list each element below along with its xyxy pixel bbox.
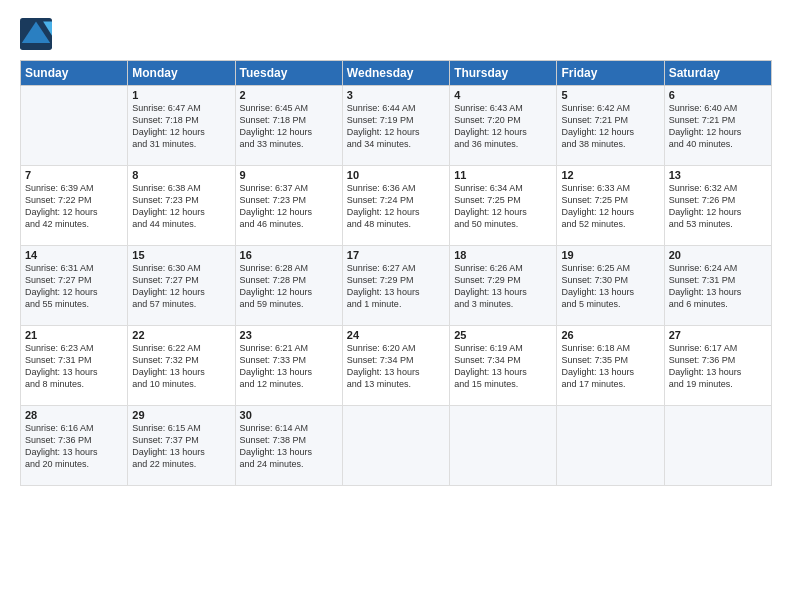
calendar-cell: 8Sunrise: 6:38 AM Sunset: 7:23 PM Daylig… — [128, 166, 235, 246]
day-number: 23 — [240, 329, 338, 341]
day-number: 1 — [132, 89, 230, 101]
cell-content: Sunrise: 6:18 AM Sunset: 7:35 PM Dayligh… — [561, 342, 659, 391]
cell-content: Sunrise: 6:28 AM Sunset: 7:28 PM Dayligh… — [240, 262, 338, 311]
day-number: 12 — [561, 169, 659, 181]
day-number: 16 — [240, 249, 338, 261]
calendar-cell: 21Sunrise: 6:23 AM Sunset: 7:31 PM Dayli… — [21, 326, 128, 406]
cell-content: Sunrise: 6:33 AM Sunset: 7:25 PM Dayligh… — [561, 182, 659, 231]
cell-content: Sunrise: 6:44 AM Sunset: 7:19 PM Dayligh… — [347, 102, 445, 151]
calendar-cell: 7Sunrise: 6:39 AM Sunset: 7:22 PM Daylig… — [21, 166, 128, 246]
day-number: 4 — [454, 89, 552, 101]
day-number: 17 — [347, 249, 445, 261]
day-number: 9 — [240, 169, 338, 181]
day-number: 22 — [132, 329, 230, 341]
cell-content: Sunrise: 6:38 AM Sunset: 7:23 PM Dayligh… — [132, 182, 230, 231]
cell-content: Sunrise: 6:14 AM Sunset: 7:38 PM Dayligh… — [240, 422, 338, 471]
day-header-friday: Friday — [557, 61, 664, 86]
calendar-cell: 26Sunrise: 6:18 AM Sunset: 7:35 PM Dayli… — [557, 326, 664, 406]
day-number: 8 — [132, 169, 230, 181]
calendar-cell: 5Sunrise: 6:42 AM Sunset: 7:21 PM Daylig… — [557, 86, 664, 166]
day-number: 24 — [347, 329, 445, 341]
cell-content: Sunrise: 6:40 AM Sunset: 7:21 PM Dayligh… — [669, 102, 767, 151]
calendar-cell: 11Sunrise: 6:34 AM Sunset: 7:25 PM Dayli… — [450, 166, 557, 246]
day-number: 20 — [669, 249, 767, 261]
cell-content: Sunrise: 6:16 AM Sunset: 7:36 PM Dayligh… — [25, 422, 123, 471]
calendar-table: SundayMondayTuesdayWednesdayThursdayFrid… — [20, 60, 772, 486]
calendar-cell: 4Sunrise: 6:43 AM Sunset: 7:20 PM Daylig… — [450, 86, 557, 166]
week-row-5: 28Sunrise: 6:16 AM Sunset: 7:36 PM Dayli… — [21, 406, 772, 486]
calendar-cell: 27Sunrise: 6:17 AM Sunset: 7:36 PM Dayli… — [664, 326, 771, 406]
day-header-saturday: Saturday — [664, 61, 771, 86]
cell-content: Sunrise: 6:34 AM Sunset: 7:25 PM Dayligh… — [454, 182, 552, 231]
cell-content: Sunrise: 6:24 AM Sunset: 7:31 PM Dayligh… — [669, 262, 767, 311]
calendar-cell: 22Sunrise: 6:22 AM Sunset: 7:32 PM Dayli… — [128, 326, 235, 406]
day-number: 13 — [669, 169, 767, 181]
week-row-4: 21Sunrise: 6:23 AM Sunset: 7:31 PM Dayli… — [21, 326, 772, 406]
day-number: 11 — [454, 169, 552, 181]
cell-content: Sunrise: 6:22 AM Sunset: 7:32 PM Dayligh… — [132, 342, 230, 391]
day-number: 30 — [240, 409, 338, 421]
calendar-cell — [450, 406, 557, 486]
day-number: 18 — [454, 249, 552, 261]
day-header-sunday: Sunday — [21, 61, 128, 86]
header — [20, 18, 772, 50]
calendar-cell: 28Sunrise: 6:16 AM Sunset: 7:36 PM Dayli… — [21, 406, 128, 486]
cell-content: Sunrise: 6:21 AM Sunset: 7:33 PM Dayligh… — [240, 342, 338, 391]
cell-content: Sunrise: 6:39 AM Sunset: 7:22 PM Dayligh… — [25, 182, 123, 231]
cell-content: Sunrise: 6:27 AM Sunset: 7:29 PM Dayligh… — [347, 262, 445, 311]
calendar-cell: 19Sunrise: 6:25 AM Sunset: 7:30 PM Dayli… — [557, 246, 664, 326]
day-number: 10 — [347, 169, 445, 181]
calendar-cell: 10Sunrise: 6:36 AM Sunset: 7:24 PM Dayli… — [342, 166, 449, 246]
day-number: 15 — [132, 249, 230, 261]
calendar-cell: 30Sunrise: 6:14 AM Sunset: 7:38 PM Dayli… — [235, 406, 342, 486]
calendar-cell: 16Sunrise: 6:28 AM Sunset: 7:28 PM Dayli… — [235, 246, 342, 326]
cell-content: Sunrise: 6:45 AM Sunset: 7:18 PM Dayligh… — [240, 102, 338, 151]
calendar-cell: 23Sunrise: 6:21 AM Sunset: 7:33 PM Dayli… — [235, 326, 342, 406]
week-row-2: 7Sunrise: 6:39 AM Sunset: 7:22 PM Daylig… — [21, 166, 772, 246]
day-number: 29 — [132, 409, 230, 421]
cell-content: Sunrise: 6:37 AM Sunset: 7:23 PM Dayligh… — [240, 182, 338, 231]
cell-content: Sunrise: 6:47 AM Sunset: 7:18 PM Dayligh… — [132, 102, 230, 151]
week-row-1: 1Sunrise: 6:47 AM Sunset: 7:18 PM Daylig… — [21, 86, 772, 166]
calendar-cell: 14Sunrise: 6:31 AM Sunset: 7:27 PM Dayli… — [21, 246, 128, 326]
calendar-cell: 24Sunrise: 6:20 AM Sunset: 7:34 PM Dayli… — [342, 326, 449, 406]
cell-content: Sunrise: 6:25 AM Sunset: 7:30 PM Dayligh… — [561, 262, 659, 311]
day-number: 26 — [561, 329, 659, 341]
logo — [20, 18, 56, 50]
calendar-cell: 2Sunrise: 6:45 AM Sunset: 7:18 PM Daylig… — [235, 86, 342, 166]
cell-content: Sunrise: 6:20 AM Sunset: 7:34 PM Dayligh… — [347, 342, 445, 391]
calendar-cell: 3Sunrise: 6:44 AM Sunset: 7:19 PM Daylig… — [342, 86, 449, 166]
calendar-cell: 1Sunrise: 6:47 AM Sunset: 7:18 PM Daylig… — [128, 86, 235, 166]
calendar-cell: 12Sunrise: 6:33 AM Sunset: 7:25 PM Dayli… — [557, 166, 664, 246]
day-number: 3 — [347, 89, 445, 101]
day-header-wednesday: Wednesday — [342, 61, 449, 86]
page: SundayMondayTuesdayWednesdayThursdayFrid… — [0, 0, 792, 498]
calendar-cell: 15Sunrise: 6:30 AM Sunset: 7:27 PM Dayli… — [128, 246, 235, 326]
calendar-cell: 9Sunrise: 6:37 AM Sunset: 7:23 PM Daylig… — [235, 166, 342, 246]
cell-content: Sunrise: 6:15 AM Sunset: 7:37 PM Dayligh… — [132, 422, 230, 471]
calendar-cell: 29Sunrise: 6:15 AM Sunset: 7:37 PM Dayli… — [128, 406, 235, 486]
day-header-tuesday: Tuesday — [235, 61, 342, 86]
day-number: 5 — [561, 89, 659, 101]
cell-content: Sunrise: 6:17 AM Sunset: 7:36 PM Dayligh… — [669, 342, 767, 391]
cell-content: Sunrise: 6:26 AM Sunset: 7:29 PM Dayligh… — [454, 262, 552, 311]
day-number: 6 — [669, 89, 767, 101]
cell-content: Sunrise: 6:31 AM Sunset: 7:27 PM Dayligh… — [25, 262, 123, 311]
week-row-3: 14Sunrise: 6:31 AM Sunset: 7:27 PM Dayli… — [21, 246, 772, 326]
calendar-cell — [21, 86, 128, 166]
cell-content: Sunrise: 6:23 AM Sunset: 7:31 PM Dayligh… — [25, 342, 123, 391]
header-row: SundayMondayTuesdayWednesdayThursdayFrid… — [21, 61, 772, 86]
day-number: 27 — [669, 329, 767, 341]
calendar-cell: 20Sunrise: 6:24 AM Sunset: 7:31 PM Dayli… — [664, 246, 771, 326]
day-number: 7 — [25, 169, 123, 181]
day-number: 28 — [25, 409, 123, 421]
cell-content: Sunrise: 6:32 AM Sunset: 7:26 PM Dayligh… — [669, 182, 767, 231]
calendar-cell — [342, 406, 449, 486]
calendar-cell — [664, 406, 771, 486]
day-header-thursday: Thursday — [450, 61, 557, 86]
cell-content: Sunrise: 6:36 AM Sunset: 7:24 PM Dayligh… — [347, 182, 445, 231]
logo-icon — [20, 18, 52, 50]
day-number: 2 — [240, 89, 338, 101]
cell-content: Sunrise: 6:19 AM Sunset: 7:34 PM Dayligh… — [454, 342, 552, 391]
day-number: 14 — [25, 249, 123, 261]
